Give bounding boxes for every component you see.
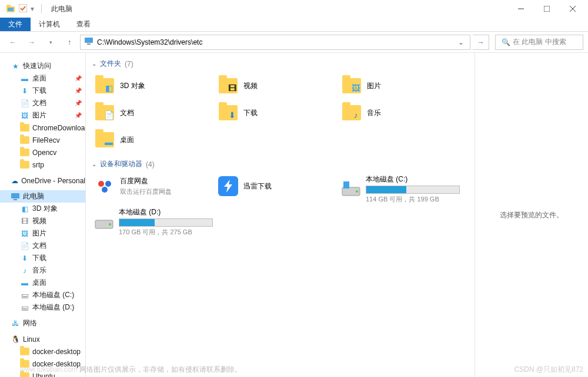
folder-icon: [20, 148, 29, 157]
preview-empty-text: 选择要预览的文件。: [500, 210, 563, 220]
group-count: (4): [146, 160, 155, 169]
tab-computer[interactable]: 计算机: [31, 18, 68, 31]
group-body-folders: ◧3D 对象 🎞视频 🖼图片 📄文档 ⬇下载 ♪音乐 ▬桌面: [86, 71, 475, 157]
footer-notice: www.tukuban.com 网络图片仅供展示，非存储，如有侵权请联系删除。: [20, 365, 242, 375]
group-header-devices[interactable]: ⌄ 设备和驱动器 (4): [86, 157, 475, 171]
nav-docker1[interactable]: docker-desktop: [0, 345, 85, 358]
nav-filerecv[interactable]: FileRecv: [0, 134, 85, 146]
maximize-button[interactable]: [534, 0, 560, 18]
watermark: CSDN @只如初见872: [514, 365, 583, 375]
nav-3d[interactable]: ◧3D 对象: [0, 203, 85, 215]
nav-documents[interactable]: 📄文档📌: [0, 97, 85, 109]
pin-icon: 📌: [75, 100, 82, 106]
desktop-icon: ▬: [94, 129, 115, 150]
quick-access-toolbar: ▾ 此电脑: [2, 4, 72, 15]
nav-video[interactable]: 🎞视频: [0, 215, 85, 227]
document-icon: 📄: [20, 241, 29, 251]
content-pane: ⌄ 文件夹 (7) ◧3D 对象 🎞视频 🖼图片 📄文档 ⬇下载 ♪音乐 ▬桌面…: [86, 53, 475, 377]
network-icon: 🖧: [11, 319, 20, 328]
address-box[interactable]: ⌄: [80, 35, 470, 50]
svg-point-12: [98, 181, 104, 187]
nav-music[interactable]: ♪音乐: [0, 264, 85, 277]
close-button[interactable]: [560, 0, 586, 18]
svg-point-13: [105, 181, 111, 187]
svg-rect-2: [8, 8, 14, 11]
picture-icon: 🖼: [20, 229, 29, 238]
group-header-folders[interactable]: ⌄ 文件夹 (7): [86, 56, 475, 71]
body: ★ 快速访问 ▬桌面📌 ⬇下载📌 📄文档📌 🖼图片📌 ChromeDownloa…: [0, 53, 588, 377]
nav-drive-c[interactable]: 🖴本地磁盘 (C:): [0, 289, 85, 301]
drive-d[interactable]: 本地磁盘 (D:)170 GB 可用，共 275 GB: [92, 206, 215, 238]
folder-documents[interactable]: 📄文档: [92, 99, 215, 126]
nav-downloads[interactable]: ⬇下载📌: [0, 85, 85, 97]
group-title: 文件夹: [100, 59, 121, 69]
separator: [41, 4, 42, 14]
xunlei-icon: [218, 176, 239, 197]
nav-quick-access[interactable]: ★ 快速访问: [0, 60, 85, 72]
drive-icon: [341, 179, 361, 200]
picture-icon: 🖼: [20, 111, 29, 120]
nav-pictures2[interactable]: 🖼图片: [0, 227, 85, 240]
forward-button[interactable]: →: [24, 35, 40, 50]
svg-rect-11: [14, 199, 17, 200]
folder-video[interactable]: 🎞视频: [215, 72, 339, 99]
minimize-button[interactable]: [508, 0, 534, 18]
svg-rect-8: [85, 38, 93, 43]
nav-linux[interactable]: 🐧Linux: [0, 333, 85, 345]
star-icon: ★: [11, 62, 20, 71]
back-button[interactable]: ←: [5, 35, 21, 50]
folder-desktop[interactable]: ▬桌面: [92, 126, 215, 153]
svg-rect-5: [544, 6, 550, 12]
svg-rect-1: [6, 5, 11, 7]
up-button[interactable]: ↑: [61, 35, 78, 50]
nav-this-pc[interactable]: 此电脑: [0, 190, 85, 203]
chevron-down-icon[interactable]: ⌄: [456, 38, 466, 46]
nav-network[interactable]: 🖧网络: [0, 317, 85, 329]
download-icon: ⬇: [20, 86, 29, 96]
cloud-icon: ☁: [11, 176, 18, 186]
tab-view[interactable]: 查看: [68, 18, 99, 31]
video-icon: 🎞: [20, 217, 29, 226]
desktop-icon: ▬: [20, 74, 29, 83]
nav-documents2[interactable]: 📄文档: [0, 240, 85, 252]
svg-rect-17: [343, 181, 349, 188]
checkbox-icon[interactable]: [19, 4, 27, 14]
search-box[interactable]: 🔍 在 此电脑 中搜索: [495, 35, 583, 50]
nav-chromedl[interactable]: ChromeDownloads: [0, 122, 85, 134]
search-icon: 🔍: [502, 38, 510, 46]
nav-onedrive[interactable]: ☁OneDrive - Personal: [0, 174, 85, 187]
nav-srtp[interactable]: srtp: [0, 159, 85, 171]
desktop-icon: ▬: [20, 278, 29, 288]
nav-desktop[interactable]: ▬桌面📌: [0, 72, 85, 85]
nav-desktop2[interactable]: ▬桌面: [0, 277, 85, 289]
search-placeholder: 在 此电脑 中搜索: [513, 37, 566, 47]
usage-bar: [366, 186, 460, 194]
address-input[interactable]: [97, 38, 456, 46]
folder-downloads[interactable]: ⬇下载: [215, 99, 339, 126]
svg-point-20: [109, 223, 111, 225]
svg-rect-9: [87, 43, 91, 45]
folder-icon: [20, 136, 29, 145]
pin-icon: 📌: [75, 112, 82, 119]
folder-music[interactable]: ♪音乐: [339, 99, 462, 126]
nav-downloads2[interactable]: ⬇下载: [0, 252, 85, 264]
qat-dropdown-icon[interactable]: ▾: [31, 5, 34, 13]
nav-pictures[interactable]: 🖼图片📌: [0, 109, 85, 122]
window-controls: [508, 0, 586, 18]
nav-opencv[interactable]: Opencv: [0, 146, 85, 159]
drive-c[interactable]: 本地磁盘 (C:)114 GB 可用，共 199 GB: [339, 173, 462, 206]
preview-pane: 选择要预览的文件。: [475, 53, 588, 377]
folder-3d[interactable]: ◧3D 对象: [92, 72, 215, 99]
folder-pictures[interactable]: 🖼图片: [339, 72, 462, 99]
refresh-button[interactable]: →: [473, 35, 489, 50]
app-xunlei[interactable]: 迅雷下载: [215, 173, 339, 200]
nav-drive-d[interactable]: 🖴本地磁盘 (D:): [0, 301, 85, 314]
music-icon: ♪: [20, 266, 29, 275]
pin-icon: 📌: [75, 87, 82, 94]
app-baidu[interactable]: 百度网盘双击运行百度网盘: [92, 173, 215, 200]
svg-rect-10: [11, 193, 19, 198]
tab-file[interactable]: 文件: [0, 18, 31, 31]
svg-rect-3: [19, 4, 27, 12]
drive-icon: 🖴: [20, 303, 29, 312]
recent-dropdown[interactable]: ▾: [42, 35, 59, 50]
